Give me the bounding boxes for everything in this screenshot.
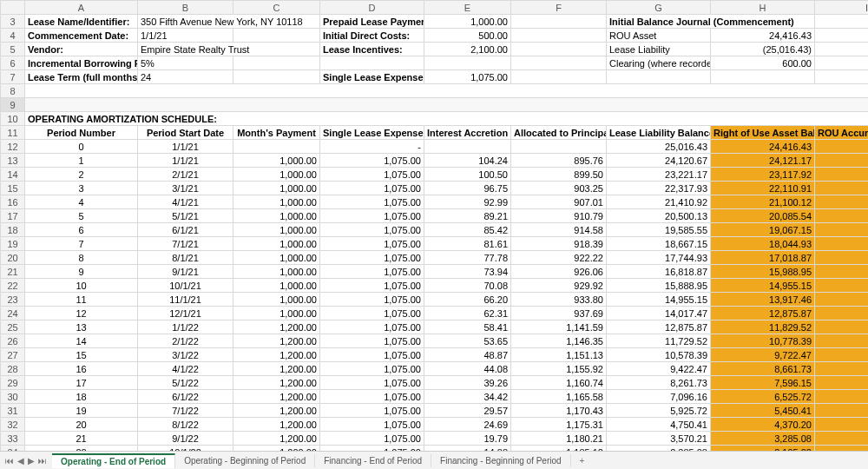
cell[interactable]: Lease Liability [607,43,711,56]
cell[interactable]: 1,075.00 [320,223,424,237]
row-22[interactable]: 22 [1,279,25,293]
cell[interactable]: 4,370.20 [711,418,815,432]
cell[interactable]: 53.65 [424,334,511,348]
cell[interactable]: 14,955.15 [607,293,711,307]
cell[interactable]: 5/1/21 [138,209,233,223]
cell[interactable]: 929.92 [511,279,607,293]
cell[interactable]: 1,165.58 [511,390,607,404]
cell[interactable]: 918.39 [511,237,607,251]
row-16[interactable]: 16 [1,195,25,209]
row-13[interactable]: 13 [1,154,25,168]
cell[interactable]: 18,667.15 [607,237,711,251]
cell[interactable]: 5,925.72 [607,404,711,418]
cell[interactable]: 1,075.00 [320,404,424,418]
cell[interactable]: 1,200.00 [233,362,320,376]
col-header-row[interactable]: A B C D E F G H I [1,1,869,15]
cell[interactable]: 8/1/22 [138,418,233,432]
row-19[interactable]: 19 [1,237,25,251]
cell[interactable] [815,140,869,154]
cell[interactable]: 20 [25,418,138,432]
cell[interactable]: 1,075.00 [320,237,424,251]
cell[interactable]: 19,067.15 [711,223,815,237]
col-F[interactable]: F [511,1,607,15]
cell[interactable]: 1,050.31 [815,418,869,432]
cell[interactable]: 4 [25,195,138,209]
cell[interactable]: 1,200.00 [233,376,320,390]
select-all[interactable] [1,1,25,15]
cell[interactable]: 1,075.00 [320,293,424,307]
cell[interactable]: 1,151.13 [511,348,607,362]
cell[interactable]: 933.80 [511,293,607,307]
cell[interactable]: 1,000.00 [233,251,320,265]
row-31[interactable]: 31 [1,404,25,418]
cell[interactable]: 24 [138,70,233,84]
cell[interactable]: 4,750.41 [607,418,711,432]
cell[interactable]: 15,888.95 [607,279,711,293]
cell[interactable]: 1,016.59 [815,320,869,334]
cell[interactable]: 1,075.00 [320,418,424,432]
hdr-sle[interactable]: Single Lease Expense [320,126,424,140]
cell[interactable]: 21 [25,432,138,446]
cell[interactable]: 1,035.74 [815,376,869,390]
cell[interactable]: 982.01 [815,195,869,209]
cell[interactable]: 48.87 [424,348,511,362]
cell[interactable]: 1/1/22 [138,320,233,334]
cell[interactable]: 10 [25,279,138,293]
col-G[interactable]: G [607,1,711,15]
cell[interactable]: 4/1/21 [138,195,233,209]
cell[interactable]: 926.06 [511,265,607,279]
cell[interactable]: 25,016.43 [607,140,711,154]
cell[interactable]: 17 [25,376,138,390]
cell[interactable]: Commencement Date: [25,29,138,43]
cell[interactable]: 6,525.72 [711,390,815,404]
cell[interactable]: 899.50 [511,168,607,182]
hdr-start[interactable]: Period Start Date [138,126,233,140]
cell[interactable]: Initial Direct Costs: [320,29,424,43]
cell[interactable]: 1,026.13 [815,348,869,362]
cell[interactable]: - [320,140,424,154]
row-10[interactable]: 10 [1,112,25,126]
col-E[interactable]: E [424,1,511,15]
cell[interactable]: 7,096.16 [607,390,711,404]
col-B[interactable]: B [138,1,233,15]
cell[interactable]: 1,000.00 [424,15,511,29]
cell[interactable]: 6/1/21 [138,223,233,237]
cell[interactable]: 15,988.95 [711,265,815,279]
cell[interactable]: 1,040.58 [815,390,869,404]
cell[interactable]: 22,317.93 [607,182,711,195]
cell[interactable]: 23,117.92 [711,168,815,182]
cell[interactable]: 1,180.21 [511,432,607,446]
hdr-pay[interactable]: Month's Payment [233,126,320,140]
cell[interactable]: 104.24 [424,154,511,168]
row-29[interactable]: 29 [1,376,25,390]
cell[interactable]: 1,000.00 [233,265,320,279]
hdr-rou[interactable]: Right of Use Asset Balance [711,126,815,140]
row-6[interactable]: 6 [1,56,25,70]
cell[interactable]: 13,917.46 [711,293,815,307]
cell[interactable]: 8/1/21 [138,251,233,265]
row-24[interactable]: 24 [1,307,25,320]
cell[interactable]: 1/1/21 [138,29,233,43]
cell[interactable]: 3,570.21 [607,432,711,446]
cell[interactable]: 96.75 [424,182,511,195]
col-I[interactable]: I [815,1,869,15]
row-7[interactable]: 7 [1,70,25,84]
cell[interactable]: Initial Balance Journal (Commencement) [607,15,815,29]
row-14[interactable]: 14 [1,168,25,182]
row-25[interactable]: 25 [1,320,25,334]
cell[interactable]: 3 [25,182,138,195]
cell[interactable]: 3/1/22 [138,348,233,362]
cell[interactable]: 1,004.92 [815,279,869,293]
cell[interactable]: 1,000.00 [233,209,320,223]
cell[interactable]: 77.78 [424,251,511,265]
cell[interactable]: 1,075.00 [320,195,424,209]
cell[interactable]: 1,075.00 [320,279,424,293]
cell[interactable]: 3/1/21 [138,182,233,195]
cell[interactable]: 1,075.00 [320,182,424,195]
cell[interactable]: Empire State Realty Trust [138,43,320,56]
cell[interactable]: 92.99 [424,195,511,209]
cell[interactable]: 8,661.73 [711,362,815,376]
cell[interactable]: 1,075.00 [320,376,424,390]
cell[interactable]: 17,744.93 [607,251,711,265]
cell[interactable]: 1,075.00 [320,154,424,168]
